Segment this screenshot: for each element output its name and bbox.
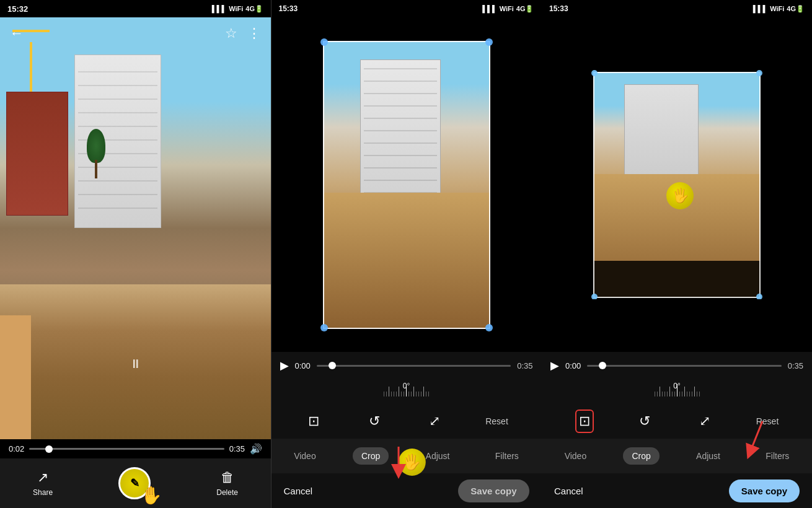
tick bbox=[662, 392, 663, 396]
current-time-3: 0:00 bbox=[565, 361, 581, 370]
save-copy-button-3[interactable]: Save copy bbox=[729, 480, 800, 502]
rotate-button-2[interactable]: ↺ bbox=[365, 409, 384, 433]
share-label: Share bbox=[33, 488, 53, 497]
video-area-2 bbox=[271, 17, 542, 352]
status-time-3: 15:33 bbox=[549, 4, 568, 13]
play-button-3[interactable]: ▶ bbox=[550, 359, 559, 372]
status-icons-3: ▌▌▌ WiFi 4G🔋 bbox=[753, 5, 805, 13]
bottom-action-bar-3: Cancel Save copy bbox=[542, 473, 812, 508]
rotation-ruler-3: 0° bbox=[542, 379, 812, 404]
wifi-icon-3: WiFi bbox=[770, 5, 784, 12]
seek-bar-2[interactable] bbox=[317, 365, 511, 367]
reset-button-2[interactable]: Reset bbox=[485, 416, 508, 426]
tick bbox=[411, 392, 412, 396]
red-arrow-crop bbox=[374, 444, 423, 481]
status-bar-2: 15:33 ▌▌▌ WiFi 4G🔋 bbox=[271, 0, 542, 17]
video-area-3: 🖐️ bbox=[542, 17, 812, 352]
video-scene-2 bbox=[323, 41, 490, 329]
tree-decoration bbox=[87, 129, 105, 178]
tick bbox=[664, 392, 665, 396]
crop-aspect-button-3[interactable]: ⊡ bbox=[575, 409, 594, 433]
more-options-button[interactable]: ⋮ bbox=[247, 25, 261, 42]
tick bbox=[404, 392, 404, 396]
tick bbox=[394, 392, 394, 396]
flip-button-2[interactable]: ⤢ bbox=[425, 409, 444, 433]
end-time-1: 0:35 bbox=[229, 444, 245, 453]
video-ground bbox=[323, 193, 490, 329]
cancel-button-3[interactable]: Cancel bbox=[554, 486, 583, 496]
battery-icon-2: 4G🔋 bbox=[516, 5, 534, 13]
tab-video-3[interactable]: Video bbox=[556, 447, 596, 465]
status-icons-1: ▌▌▌ WiFi 4G🔋 bbox=[212, 5, 263, 13]
signal-icon: ▌▌▌ bbox=[212, 5, 226, 12]
panel-crop-result: 15:33 ▌▌▌ WiFi 4G🔋 🖐️ bbox=[542, 0, 812, 508]
tick bbox=[667, 392, 668, 396]
seek-dot-1[interactable] bbox=[45, 445, 53, 453]
end-time-3: 0:35 bbox=[788, 361, 803, 370]
red-arrow-save bbox=[725, 415, 775, 477]
battery-icon-3: 4G🔋 bbox=[787, 5, 805, 13]
crop-aspect-button-2[interactable]: ⊡ bbox=[304, 409, 323, 433]
cursor-hand-icon: 🖐️ bbox=[672, 188, 689, 204]
tick bbox=[684, 387, 685, 396]
tick bbox=[689, 392, 690, 396]
tick bbox=[679, 392, 680, 396]
wifi-icon-2: WiFi bbox=[500, 5, 514, 12]
flip-button-3[interactable]: ⤢ bbox=[695, 409, 714, 433]
star-button[interactable]: ☆ bbox=[225, 25, 237, 42]
tab-adjust-3[interactable]: Adjust bbox=[687, 447, 729, 465]
tick bbox=[389, 387, 389, 396]
end-time-2: 0:35 bbox=[517, 361, 532, 370]
seek-bar-3[interactable] bbox=[587, 365, 781, 367]
tick bbox=[428, 392, 429, 396]
seek-track-1[interactable] bbox=[29, 448, 224, 450]
tick bbox=[682, 392, 682, 396]
tab-filters-2[interactable]: Filters bbox=[487, 447, 527, 465]
status-time-2: 15:33 bbox=[279, 4, 298, 13]
current-time-1: 0:02 bbox=[9, 444, 24, 453]
tick bbox=[401, 392, 402, 396]
tick bbox=[672, 392, 673, 396]
tick bbox=[396, 392, 397, 396]
share-nav-item[interactable]: ↗ Share bbox=[33, 470, 53, 497]
save-copy-button-2[interactable]: Save copy bbox=[458, 480, 529, 502]
tick bbox=[416, 392, 417, 396]
delete-nav-item[interactable]: 🗑 Delete bbox=[216, 470, 238, 497]
dark-bottom-3 bbox=[593, 261, 761, 298]
play-button-2[interactable]: ▶ bbox=[280, 359, 289, 372]
crop-frame-container bbox=[323, 41, 490, 329]
tick bbox=[657, 392, 658, 396]
tick bbox=[694, 387, 695, 396]
below-video-dark bbox=[542, 299, 812, 352]
tick bbox=[421, 392, 421, 396]
playback-controls-2: ▶ 0:00 0:35 bbox=[271, 352, 542, 379]
seek-dot-2[interactable] bbox=[329, 362, 336, 369]
edit-tools-2: ⊡ ↺ ⤢ Reset bbox=[271, 404, 542, 439]
yellow-hand-cursor-3: 🖐️ bbox=[666, 182, 694, 209]
back-button[interactable]: ← bbox=[10, 25, 24, 42]
volume-icon[interactable]: 🔊 bbox=[250, 443, 262, 455]
svg-line-2 bbox=[750, 421, 762, 452]
playback-controls-3: ▶ 0:00 0:35 bbox=[542, 352, 812, 379]
sidewalk bbox=[0, 315, 31, 439]
seek-dot-3[interactable] bbox=[599, 362, 606, 369]
status-icons-2: ▌▌▌ WiFi 4G🔋 bbox=[482, 5, 534, 13]
playback-bar-1: 0:02 0:35 🔊 bbox=[0, 439, 271, 458]
tick bbox=[386, 392, 387, 396]
tab-crop-3[interactable]: Crop bbox=[623, 447, 659, 465]
signal-icon-2: ▌▌▌ bbox=[482, 5, 496, 12]
photo-background: ⏸ bbox=[0, 17, 271, 439]
rotate-button-3[interactable]: ↺ bbox=[635, 409, 654, 433]
tab-video-2[interactable]: Video bbox=[285, 447, 325, 465]
tick bbox=[399, 387, 399, 396]
video-scene-3: 🖐️ bbox=[593, 72, 761, 298]
share-icon: ↗ bbox=[37, 470, 48, 486]
tick bbox=[669, 387, 670, 396]
tick bbox=[423, 387, 424, 396]
photo-content: ⏸ bbox=[0, 17, 271, 439]
tick bbox=[660, 387, 660, 396]
cancel-button-2[interactable]: Cancel bbox=[284, 486, 313, 496]
tree-foliage bbox=[87, 129, 105, 163]
rotation-angle-2: 0° bbox=[403, 382, 410, 390]
tick bbox=[408, 392, 409, 396]
